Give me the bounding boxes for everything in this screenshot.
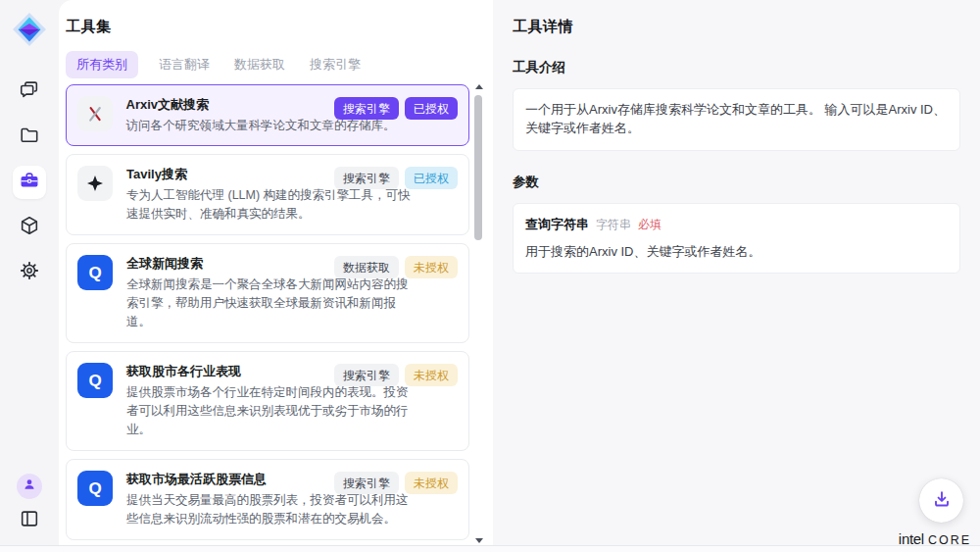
- param-name: 查询字符串: [525, 217, 589, 231]
- param-description: 用于搜索的Arxiv ID、关键字或作者姓名。: [525, 243, 948, 262]
- auth-status-badge: 已授权: [405, 167, 458, 189]
- tool-tags: 搜索引擎未授权: [334, 472, 458, 494]
- folder-icon: [19, 125, 40, 150]
- user-avatar[interactable]: [17, 474, 42, 499]
- tool-card-0[interactable]: Arxiv文献搜索访问各个研究领域大量科学论文和文章的存储库。搜索引擎已授权: [66, 84, 469, 146]
- scrollbar-up-arrow-icon[interactable]: [475, 84, 483, 89]
- sidebar-item-settings[interactable]: [13, 256, 46, 289]
- sidebar-item-toggle-panel[interactable]: [16, 507, 43, 534]
- arxiv-icon: [85, 104, 105, 124]
- download-icon: [932, 489, 952, 513]
- param-required-badge: 必填: [638, 218, 662, 231]
- tool-tags: 数据获取未授权: [334, 256, 458, 278]
- tool-card-3[interactable]: Q获取股市各行业表现提供股票市场各个行业在特定时间段内的表现。投资者可以利用这些…: [66, 351, 469, 451]
- intro-heading: 工具介绍: [513, 59, 960, 76]
- tab-2[interactable]: 数据获取: [230, 51, 289, 78]
- scrollbar-thumb[interactable]: [474, 95, 482, 240]
- tab-3[interactable]: 搜索引擎: [306, 51, 365, 78]
- panel-layout-icon: [19, 508, 40, 533]
- tool-icon: Q: [77, 471, 113, 506]
- sidebar-nav: [13, 75, 46, 289]
- auth-status-badge: 未授权: [405, 364, 458, 386]
- tool-icon: [77, 96, 113, 131]
- tool-card-2[interactable]: Q全球新闻搜索全球新闻搜索是一个聚合全球各大新闻网站内容的搜索引擎，帮助用户快速…: [66, 243, 469, 343]
- category-tag: 搜索引擎: [334, 97, 399, 120]
- category-tabs: 所有类别语言翻译数据获取搜索引擎: [66, 52, 493, 77]
- gear-icon: [19, 260, 40, 285]
- category-tag: 数据获取: [334, 256, 399, 278]
- tab-0[interactable]: 所有类别: [66, 51, 138, 78]
- user-avatar-icon: [22, 477, 37, 496]
- q-logo-icon: Q: [88, 373, 101, 389]
- detail-title: 工具详情: [513, 18, 960, 36]
- q-logo-icon: Q: [88, 265, 101, 281]
- tool-tags: 搜索引擎未授权: [334, 364, 458, 386]
- sidebar-item-tools[interactable]: [13, 166, 46, 199]
- tab-1[interactable]: 语言翻译: [155, 51, 214, 78]
- toolbox-icon: [19, 170, 40, 195]
- param-header: 查询字符串字符串必填: [525, 216, 948, 234]
- q-logo-icon: Q: [88, 480, 101, 497]
- tool-description: 全球新闻搜索是一个聚合全球各大新闻网站内容的搜索引擎，帮助用户快速获取全球最新资…: [126, 276, 416, 331]
- category-tag: 搜索引擎: [334, 472, 399, 494]
- intro-text: 一个用于从Arxiv存储库搜索科学论文和文章的工具。 输入可以是Arxiv ID…: [525, 102, 946, 135]
- category-tag: 搜索引擎: [334, 167, 399, 189]
- page-title: 工具集: [66, 18, 493, 36]
- cube-icon: [19, 215, 40, 240]
- app-logo-icon: [11, 11, 48, 48]
- tool-detail-panel: 工具详情 工具介绍 一个用于从Arxiv存储库搜索科学论文和文章的工具。 输入可…: [493, 0, 980, 546]
- tool-description: 提供股票市场各个行业在特定时间段内的表现。投资者可以利用这些信息来识别表现优于或…: [126, 383, 416, 439]
- sidebar-bottom: [16, 474, 43, 534]
- list-scrollbar[interactable]: [474, 84, 482, 543]
- scrollbar-down-arrow-icon[interactable]: [475, 538, 483, 543]
- tool-card-1[interactable]: Tavily搜索专为人工智能代理 (LLM) 构建的搜索引擎工具，可快速提供实时…: [66, 154, 469, 235]
- window-bottom-edge: [0, 545, 980, 552]
- auth-status-badge: 未授权: [405, 472, 458, 494]
- tool-card-4[interactable]: Q获取市场最活跃股票信息提供当天交易量最高的股票列表，投资者可以利用这些信息来识…: [66, 459, 469, 540]
- icon-sidebar: [0, 0, 59, 546]
- tool-icon: [77, 166, 113, 201]
- app-window: 工具集 所有类别语言翻译数据获取搜索引擎 Arxiv文献搜索访问各个研究领域大量…: [0, 0, 980, 552]
- download-button[interactable]: [919, 478, 963, 523]
- param-card: 查询字符串字符串必填 用于搜索的Arxiv ID、关键字或作者姓名。: [513, 203, 960, 275]
- tool-list: Arxiv文献搜索访问各个研究领域大量科学论文和文章的存储库。搜索引擎已授权 T…: [66, 84, 469, 552]
- auth-status-badge: 已授权: [405, 97, 458, 120]
- tavily-star-icon: [85, 174, 105, 193]
- tool-icon: Q: [77, 255, 113, 290]
- sidebar-item-files[interactable]: [13, 121, 46, 154]
- auth-status-badge: 未授权: [405, 256, 458, 278]
- tool-tags: 搜索引擎已授权: [334, 167, 458, 189]
- tool-tags: 搜索引擎已授权: [334, 97, 458, 120]
- sidebar-item-chat[interactable]: [13, 75, 46, 109]
- chat-icon: [19, 79, 40, 105]
- intro-card: 一个用于从Arxiv存储库搜索科学论文和文章的工具。 输入可以是Arxiv ID…: [513, 88, 960, 151]
- tool-icon: Q: [77, 363, 113, 398]
- category-tag: 搜索引擎: [334, 364, 399, 386]
- tool-description: 提供当天交易量最高的股票列表，投资者可以利用这些信息来识别流动性强的股票和潜在的…: [126, 491, 416, 528]
- sidebar-item-models[interactable]: [13, 211, 46, 244]
- tool-description: 专为人工智能代理 (LLM) 构建的搜索引擎工具，可快速提供实时、准确和真实的结…: [126, 186, 416, 224]
- param-type: 字符串: [596, 218, 631, 231]
- tool-list-panel: 工具集 所有类别语言翻译数据获取搜索引擎 Arxiv文献搜索访问各个研究领域大量…: [59, 0, 493, 546]
- params-heading: 参数: [513, 174, 960, 191]
